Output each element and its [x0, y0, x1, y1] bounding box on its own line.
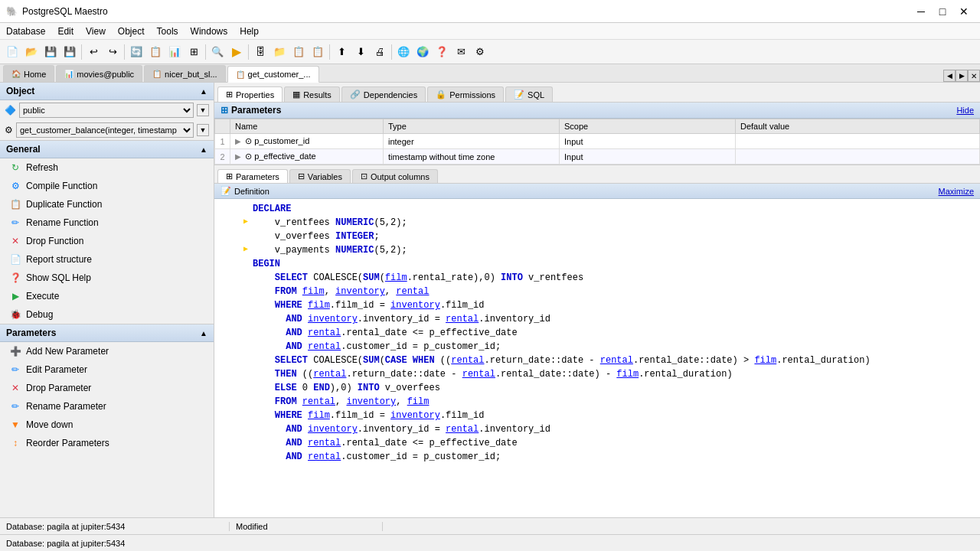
- toolbar-tbl2[interactable]: 📋: [309, 43, 327, 61]
- action-label: Execute: [26, 291, 59, 302]
- code-line-22: AND rental.customer_id = p_customer_id;: [220, 450, 974, 464]
- menu-view[interactable]: View: [80, 24, 112, 38]
- action-label: Report structure: [26, 254, 92, 265]
- toolbar-undo[interactable]: ↩: [84, 43, 103, 61]
- toolbar: 📄 📂 💾 💾 ↩ ↪ 🔄 📋 📊 ⊞ 🔍 ▶ 🗄 📁 📋 📋 ⬆ ⬇ 🖨 🌐 …: [0, 40, 980, 64]
- schema-drop-btn[interactable]: ▼: [197, 104, 209, 116]
- tabs: 🏠 Home 📊 movies@public 📋 nicer_but_sl...…: [0, 64, 980, 83]
- toolbar-save[interactable]: 💾: [41, 43, 60, 61]
- code-line-7: SELECT COALESCE(SUM(film.rental_rate),0)…: [220, 271, 974, 285]
- toolbar-web2[interactable]: 🌍: [413, 43, 432, 61]
- object-collapse-btn[interactable]: ▲: [200, 87, 207, 96]
- action-report-structure[interactable]: 📄Report structure: [0, 250, 214, 269]
- subtab-dependencies[interactable]: 🔗Dependencies: [341, 86, 426, 102]
- menu-windows[interactable]: Windows: [185, 24, 234, 38]
- menu-tools[interactable]: Tools: [151, 24, 185, 38]
- bottom-subtab-output-columns[interactable]: ⊡Output columns: [352, 169, 438, 183]
- action-icon: ⚙: [9, 180, 21, 192]
- action-drop-function[interactable]: ✕Drop Function: [0, 232, 214, 250]
- menu-edit[interactable]: Edit: [51, 24, 80, 38]
- toolbar-new[interactable]: 📄: [3, 43, 21, 61]
- close-button[interactable]: ✕: [954, 4, 974, 19]
- schema-icon: 🔷: [5, 105, 16, 116]
- action-show-sql-help[interactable]: ❓Show SQL Help: [0, 269, 214, 287]
- menu-bar: DatabaseEditViewObjectToolsWindowsHelp: [0, 23, 980, 40]
- toolbar-run[interactable]: ▶: [227, 43, 246, 61]
- toolbar-folder[interactable]: 📁: [270, 43, 289, 61]
- subtab-label: Properties: [236, 90, 274, 99]
- general-section: General ▲ ↻Refresh⚙Compile Function📋Dupl…: [0, 141, 214, 324]
- toolbar-save-all[interactable]: 💾: [60, 43, 79, 61]
- subtab-permissions[interactable]: 🔒Permissions: [427, 86, 504, 102]
- toolbar-print[interactable]: 🖨: [371, 43, 389, 61]
- param-name: ▶ ⊙ p_effective_date: [230, 149, 384, 165]
- code-line-21: AND rental.rental_date <= p_effective_da…: [220, 436, 974, 450]
- menu-object[interactable]: Object: [112, 24, 151, 38]
- action-rename-function[interactable]: ✏Rename Function: [0, 214, 214, 232]
- menu-help[interactable]: Help: [234, 24, 265, 38]
- toolbar-db[interactable]: 🗄: [251, 43, 270, 61]
- subtab-icon: ⊞: [226, 90, 233, 99]
- code-area[interactable]: DECLARE ▶ v_rentfees NUMERIC(5,2); v_ove…: [214, 199, 980, 517]
- toolbar-export[interactable]: ⬇: [351, 43, 370, 61]
- action-execute[interactable]: ▶Execute: [0, 287, 214, 305]
- param-action-drop-parameter[interactable]: ✕Drop Parameter: [0, 379, 214, 397]
- tab-movies[interactable]: 📊 movies@public: [56, 65, 142, 82]
- schema-select[interactable]: public: [19, 103, 194, 118]
- bottom-subtab-variables[interactable]: ⊟Variables: [289, 169, 351, 183]
- tab-home[interactable]: 🏠 Home: [3, 65, 54, 82]
- minimize-button[interactable]: ─: [911, 4, 931, 19]
- action-refresh[interactable]: ↻Refresh: [0, 158, 214, 177]
- tab-close-all[interactable]: ✕: [968, 70, 980, 82]
- toolbar-btn3[interactable]: 🔄: [127, 43, 145, 61]
- maximize-button[interactable]: □: [933, 4, 952, 19]
- menu-database[interactable]: Database: [0, 24, 51, 38]
- param-action-reorder-parameters[interactable]: ↕Reorder Parameters: [0, 434, 214, 452]
- col-scope: Scope: [560, 119, 736, 134]
- action-duplicate-function[interactable]: 📋Duplicate Function: [0, 195, 214, 214]
- tab-nicer[interactable]: 📋 nicer_but_sl...: [144, 65, 225, 82]
- nicer-icon: 📋: [152, 70, 162, 78]
- toolbar-redo[interactable]: ↪: [103, 43, 122, 61]
- bottom-subtab-icon: ⊟: [298, 171, 305, 181]
- code-line-17: ELSE 0 END),0) INTO v_overfees: [220, 381, 974, 395]
- param-action-move-down[interactable]: ▼Move down: [0, 416, 214, 434]
- action-compile-function[interactable]: ⚙Compile Function: [0, 177, 214, 195]
- toolbar-settings[interactable]: ⚙: [471, 43, 489, 61]
- toolbar-filter[interactable]: 🔍: [208, 43, 227, 61]
- subtab-icon: 🔗: [350, 90, 361, 99]
- tab-nav-next[interactable]: ▶: [956, 70, 968, 82]
- toolbar-mail[interactable]: ✉: [452, 43, 470, 61]
- general-collapse-btn[interactable]: ▲: [200, 145, 207, 154]
- toolbar-help[interactable]: ❓: [433, 43, 451, 61]
- param-action-icon: ✕: [9, 382, 21, 394]
- toolbar-btn4[interactable]: 📋: [146, 43, 165, 61]
- maximize-button-def[interactable]: Maximize: [939, 187, 974, 196]
- subtab-results[interactable]: ▦Results: [284, 86, 340, 102]
- params-collapse-btn[interactable]: ▲: [200, 329, 207, 337]
- toolbar-web1[interactable]: 🌐: [394, 43, 413, 61]
- param-action-add-new-parameter[interactable]: ➕Add New Parameter: [0, 342, 214, 360]
- toolbar-open[interactable]: 📂: [22, 43, 41, 61]
- params-table: Name Type Scope Default value 1 ▶ ⊙ p_cu…: [214, 119, 980, 165]
- toolbar-tbl[interactable]: 📋: [289, 43, 308, 61]
- subtab-properties[interactable]: ⊞Properties: [217, 86, 283, 102]
- toolbar-btn5[interactable]: 📊: [165, 43, 184, 61]
- bottom-subtab-label: Parameters: [236, 172, 279, 181]
- action-debug[interactable]: 🐞Debug: [0, 305, 214, 324]
- subtab-sql[interactable]: 📝SQL: [505, 86, 553, 102]
- status-bar: Database: pagila at jupiter:5434 Modifie…: [0, 517, 980, 534]
- main: Object ▲ 🔷 public ▼ ⚙ get_customer_balan…: [0, 83, 980, 517]
- param-name: ▶ ⊙ p_customer_id: [230, 134, 384, 149]
- bottom-subtab-parameters[interactable]: ⊞Parameters: [217, 169, 288, 183]
- toolbar-sep1: [81, 44, 82, 60]
- function-drop-btn[interactable]: ▼: [197, 124, 209, 136]
- hide-button[interactable]: Hide: [956, 106, 974, 115]
- toolbar-btn6[interactable]: ⊞: [185, 43, 203, 61]
- param-action-rename-parameter[interactable]: ✏Rename Parameter: [0, 397, 214, 416]
- tab-nav-prev[interactable]: ◀: [943, 70, 956, 82]
- param-action-edit-parameter[interactable]: ✏Edit Parameter: [0, 360, 214, 379]
- toolbar-import[interactable]: ⬆: [332, 43, 351, 61]
- tab-getcustomer[interactable]: 📋 get_customer_...: [227, 66, 319, 83]
- function-select[interactable]: get_customer_balance(integer, timestamp: [16, 122, 194, 138]
